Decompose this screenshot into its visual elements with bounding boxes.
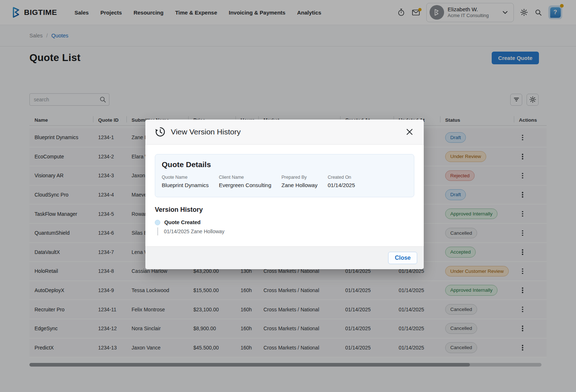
field-client-name: Client Name Evergreen Consulting xyxy=(219,175,271,188)
close-button[interactable]: Close xyxy=(388,252,417,264)
quote-details-card: Quote Details Quote Name Blueprint Dynam… xyxy=(155,154,414,197)
field-prepared-by: Prepared By Zane Holloway xyxy=(281,175,317,188)
modal-title: View Version History xyxy=(171,128,241,136)
field-label: Prepared By xyxy=(281,175,317,180)
field-created-on: Created On 01/14/2025 xyxy=(328,175,355,188)
version-history-modal: View Version History Quote Details Quote… xyxy=(145,120,424,269)
modal-header: View Version History xyxy=(145,120,424,145)
timeline-dot xyxy=(155,220,160,225)
timeline-connector xyxy=(157,227,158,235)
timeline-event-title: Quote Created xyxy=(164,219,201,225)
quote-details-heading: Quote Details xyxy=(162,160,407,169)
version-history-heading: Version History xyxy=(155,206,414,214)
field-value: 01/14/2025 xyxy=(328,182,355,188)
field-label: Client Name xyxy=(219,175,271,180)
field-value: Evergreen Consulting xyxy=(219,182,271,188)
field-label: Created On xyxy=(328,175,355,180)
field-value: Blueprint Dynamics xyxy=(162,182,209,188)
field-value: Zane Holloway xyxy=(281,182,317,188)
close-icon[interactable] xyxy=(405,127,414,137)
history-icon xyxy=(155,126,166,137)
timeline-event: Quote Created 01/14/2025 Zane Holloway xyxy=(155,219,414,235)
timeline-event-detail: 01/14/2025 Zane Holloway xyxy=(164,229,225,234)
modal-footer: Close xyxy=(145,246,424,269)
field-quote-name: Quote Name Blueprint Dynamics xyxy=(162,175,209,188)
field-label: Quote Name xyxy=(162,175,209,180)
